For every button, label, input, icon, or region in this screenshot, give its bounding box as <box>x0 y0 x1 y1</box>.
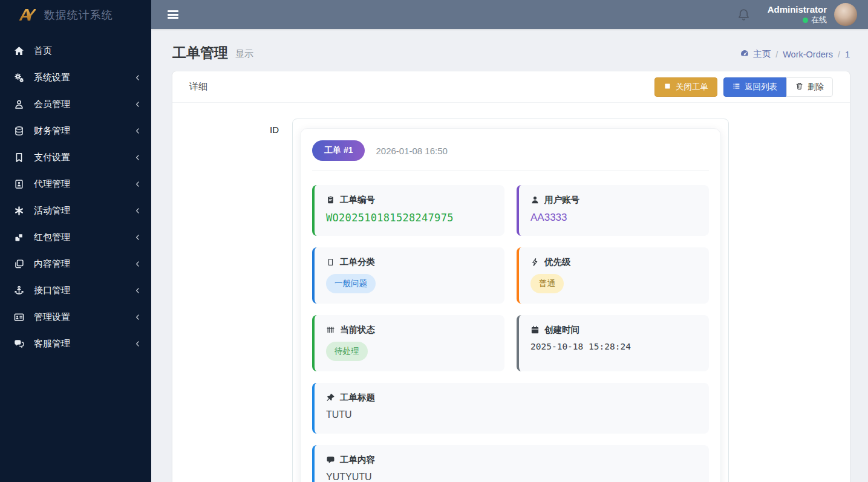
brand-logo: AY <box>19 6 36 25</box>
sidebar-item-content[interactable]: 内容管理 <box>0 250 151 277</box>
detail-card-body: ID 工单 #1 2026-01-08 16:50 工单编号 <box>172 103 850 482</box>
sidebar-item-api[interactable]: 接口管理 <box>0 277 151 304</box>
chevron-left-icon <box>134 260 142 268</box>
page-content: 工单管理 显示 主页 / Work-Orders / 1 详细 <box>151 29 868 482</box>
dashboard-icon <box>740 48 749 60</box>
sidebar-item-members[interactable]: 会员管理 <box>0 91 151 117</box>
id-label: ID <box>189 119 279 482</box>
comment-icon <box>326 455 335 464</box>
breadcrumb-current: 1 <box>845 50 850 59</box>
detail-card-header: 详细 关闭工单 返回列表 删除 <box>172 71 850 103</box>
sidebar-toggle-button[interactable] <box>163 4 183 25</box>
card-actions: 关闭工单 返回列表 删除 <box>654 77 833 97</box>
chevron-left-icon <box>134 180 142 188</box>
card-title: 详细 <box>189 81 207 93</box>
home-icon <box>11 46 26 56</box>
back-to-list-button[interactable]: 返回列表 <box>723 77 786 97</box>
sidebar-item-finance[interactable]: 财务管理 <box>0 117 151 144</box>
field-card: 用户账号 AA3333 <box>517 185 709 236</box>
field-label: 工单标题 <box>340 392 375 403</box>
user-avatar[interactable] <box>834 3 857 26</box>
chevron-left-icon <box>134 74 142 82</box>
address-card-icon <box>11 312 26 322</box>
sidebar-item-label: 管理设置 <box>34 311 70 323</box>
topbar: Administrator 在线 <box>151 0 868 29</box>
notifications-bell-icon[interactable] <box>737 8 751 22</box>
clipboard-icon <box>326 195 335 204</box>
topbar-right: Administrator 在线 <box>737 3 862 26</box>
close-workorder-label: 关闭工单 <box>676 82 708 93</box>
workorder-outer-box: 工单 #1 2026-01-08 16:50 工单编号 WO2025101815… <box>292 119 729 482</box>
tally-icon <box>326 325 335 334</box>
field-card: 当前状态 待处理 <box>312 315 504 371</box>
field-value: TUTU <box>326 409 697 420</box>
chevron-left-icon <box>134 340 142 348</box>
breadcrumb-home-link[interactable]: 主页 <box>740 48 771 60</box>
boxes-icon <box>11 232 26 243</box>
delete-button[interactable]: 删除 <box>786 77 833 97</box>
breadcrumb: 主页 / Work-Orders / 1 <box>740 46 850 60</box>
id-value-container: 工单 #1 2026-01-08 16:50 工单编号 WO2025101815… <box>292 119 729 482</box>
square-icon <box>326 258 335 267</box>
user-solid-icon <box>530 195 540 204</box>
sidebar-item-label: 财务管理 <box>34 125 70 137</box>
field-value: 一般问题 <box>326 274 493 293</box>
workorder-number-badge: 工单 #1 <box>312 140 365 161</box>
breadcrumb-home-label: 主页 <box>753 48 771 60</box>
activity-icon <box>11 206 26 216</box>
user-status: 在线 <box>768 15 827 25</box>
sidebar-item-admin-settings[interactable]: 管理设置 <box>0 304 151 330</box>
sidebar: AY 数据统计系统 首页 系统设置 会员管理 财务管理 支付设置 代理管理 活动… <box>0 0 151 482</box>
sidebar-item-agents[interactable]: 代理管理 <box>0 171 151 197</box>
field-value: YUTYUTU <box>326 472 697 482</box>
field-value: 普通 <box>530 274 697 293</box>
field-value: WO202510181528247975 <box>326 212 493 224</box>
sidebar-menu: 首页 系统设置 会员管理 财务管理 支付设置 代理管理 活动管理 红包管理 <box>0 37 151 357</box>
field-card: 创建时间 2025-10-18 15:28:24 <box>517 315 709 371</box>
delete-label: 删除 <box>808 82 824 93</box>
field-card: 工单内容 YUTYUTU <box>312 445 709 482</box>
sidebar-item-home[interactable]: 首页 <box>0 37 151 64</box>
chevron-left-icon <box>134 233 142 241</box>
id-form-row: ID 工单 #1 2026-01-08 16:50 工单编号 <box>189 119 833 482</box>
user-name: Administrator <box>768 4 827 16</box>
field-label: 创建时间 <box>544 324 579 336</box>
sidebar-item-label: 会员管理 <box>34 99 70 110</box>
field-label: 优先级 <box>544 256 571 268</box>
sidebar-item-label: 支付设置 <box>34 152 70 163</box>
breadcrumb-separator: / <box>838 50 840 59</box>
clone-icon <box>11 259 26 269</box>
field-label: 工单内容 <box>340 454 375 466</box>
user-menu[interactable]: Administrator 在线 <box>768 4 827 25</box>
field-value: 2025-10-18 15:28:24 <box>530 342 697 351</box>
chevron-left-icon <box>134 127 142 135</box>
id-card-icon <box>11 179 26 189</box>
sidebar-item-red-packet[interactable]: 红包管理 <box>0 224 151 250</box>
sidebar-item-payment[interactable]: 支付设置 <box>0 144 151 171</box>
back-to-list-label: 返回列表 <box>745 82 777 93</box>
breadcrumb-separator: / <box>775 50 778 59</box>
sidebar-item-label: 代理管理 <box>34 178 70 190</box>
page-subtitle: 显示 <box>235 46 253 60</box>
field-card: 优先级 普通 <box>517 247 709 304</box>
trash-icon <box>795 82 803 92</box>
field-card: 工单分类 一般问题 <box>312 247 504 304</box>
sidebar-item-system-settings[interactable]: 系统设置 <box>0 64 151 91</box>
page-header: 工单管理 显示 主页 / Work-Orders / 1 <box>172 29 850 62</box>
brand-title: 数据统计系统 <box>44 8 113 22</box>
field-label: 工单编号 <box>340 194 375 206</box>
detail-card: 详细 关闭工单 返回列表 删除 <box>172 71 850 482</box>
chevron-left-icon <box>134 100 142 108</box>
anchor-icon <box>11 285 26 296</box>
field-value-badge: 一般问题 <box>326 274 376 293</box>
breadcrumb-section[interactable]: Work-Orders <box>783 50 833 59</box>
sidebar-item-activities[interactable]: 活动管理 <box>0 197 151 224</box>
main-area: Administrator 在线 工单管理 显示 主页 <box>151 0 868 482</box>
field-value: 待处理 <box>326 342 493 361</box>
field-label: 当前状态 <box>340 324 375 336</box>
stop-square-icon <box>664 82 671 92</box>
field-label: 工单分类 <box>340 256 375 268</box>
sidebar-item-support[interactable]: 客服管理 <box>0 330 151 357</box>
close-workorder-button[interactable]: 关闭工单 <box>654 77 717 97</box>
brand[interactable]: AY 数据统计系统 <box>0 0 151 30</box>
